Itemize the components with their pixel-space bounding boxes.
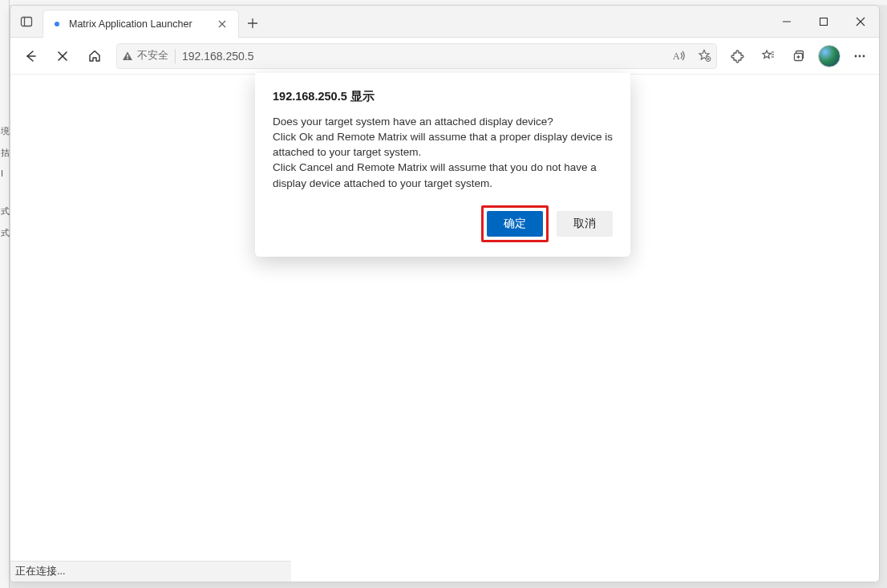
window-controls — [768, 6, 879, 37]
background-sidebar-peek: 境 拮 I 式 式 — [0, 0, 10, 588]
svg-point-27 — [863, 55, 865, 57]
dialog-message: Does your target system have an attached… — [273, 114, 613, 191]
profile-button[interactable] — [815, 43, 844, 70]
svg-rect-0 — [22, 17, 32, 26]
tab-actions-icon — [20, 15, 33, 28]
stop-button[interactable] — [47, 43, 78, 70]
address-bar-actions: A — [673, 49, 711, 63]
peek-item: 拮 — [0, 142, 9, 164]
read-aloud-button[interactable]: A — [673, 50, 687, 62]
titlebar: Matrix Application Launcher — [10, 6, 879, 38]
avatar — [818, 45, 840, 67]
peek-item: 式 — [0, 222, 9, 244]
puzzle-icon — [731, 49, 745, 63]
close-icon — [57, 51, 68, 62]
svg-rect-7 — [820, 18, 828, 25]
peek-item: 境 — [0, 120, 9, 142]
address-bar[interactable]: 不安全 192.168.250.5 A — [116, 43, 717, 69]
close-icon — [218, 20, 226, 28]
status-text: 正在连接... — [15, 566, 65, 577]
tab-title: Matrix Application Launcher — [69, 18, 214, 30]
new-tab-button[interactable] — [239, 10, 266, 37]
page-viewport: 192.168.250.5 显示 Does your target system… — [10, 75, 879, 582]
ok-button-highlight-box: 确定 — [481, 205, 549, 242]
favorites-button[interactable] — [754, 43, 783, 70]
address-divider — [175, 49, 176, 63]
maximize-icon — [819, 17, 828, 26]
ok-button[interactable]: 确定 — [487, 211, 543, 237]
javascript-dialog: 192.168.250.5 显示 Does your target system… — [255, 73, 630, 257]
svg-text:A: A — [673, 51, 680, 62]
read-aloud-icon: A — [673, 50, 687, 62]
dialog-button-row: 确定 取消 — [273, 205, 613, 242]
star-list-icon — [761, 49, 776, 63]
svg-rect-14 — [127, 58, 128, 59]
plus-icon — [247, 18, 258, 29]
settings-menu-button[interactable] — [845, 43, 874, 70]
more-icon — [853, 49, 867, 63]
close-icon — [856, 17, 865, 26]
minimize-button[interactable] — [768, 6, 805, 38]
security-label: 不安全 — [137, 49, 168, 63]
tab-close-button[interactable] — [214, 16, 230, 32]
peek-item: I — [0, 164, 9, 183]
warning-icon — [122, 51, 133, 62]
browser-window: Matrix Application Launcher — [10, 5, 880, 582]
arrow-left-icon — [23, 49, 38, 63]
peek-item: 式 — [0, 201, 9, 222]
tab[interactable]: Matrix Application Launcher — [43, 10, 239, 38]
window-close-button[interactable] — [842, 6, 879, 38]
site-security-indicator[interactable]: 不安全 — [122, 49, 168, 63]
collections-icon — [792, 49, 806, 63]
url-text[interactable]: 192.168.250.5 — [182, 50, 666, 63]
star-plus-icon — [698, 49, 711, 63]
home-icon — [87, 49, 102, 63]
cancel-button[interactable]: 取消 — [557, 211, 613, 237]
home-button[interactable] — [79, 43, 110, 70]
back-button[interactable] — [15, 43, 46, 70]
dialog-title: 192.168.250.5 显示 — [273, 89, 613, 104]
svg-rect-13 — [127, 55, 128, 58]
svg-point-25 — [855, 55, 857, 57]
collections-button[interactable] — [784, 43, 813, 70]
minimize-icon — [782, 17, 792, 26]
tab-actions-button[interactable] — [10, 6, 43, 37]
tab-favicon-loading-icon — [55, 22, 59, 26]
toolbar: 不安全 192.168.250.5 A — [10, 38, 879, 75]
svg-point-26 — [859, 55, 861, 57]
status-bar: 正在连接... — [10, 561, 291, 582]
maximize-button[interactable] — [805, 6, 842, 38]
titlebar-drag-region[interactable] — [266, 6, 768, 37]
extensions-button[interactable] — [723, 43, 752, 70]
add-favorite-button[interactable] — [698, 49, 711, 63]
